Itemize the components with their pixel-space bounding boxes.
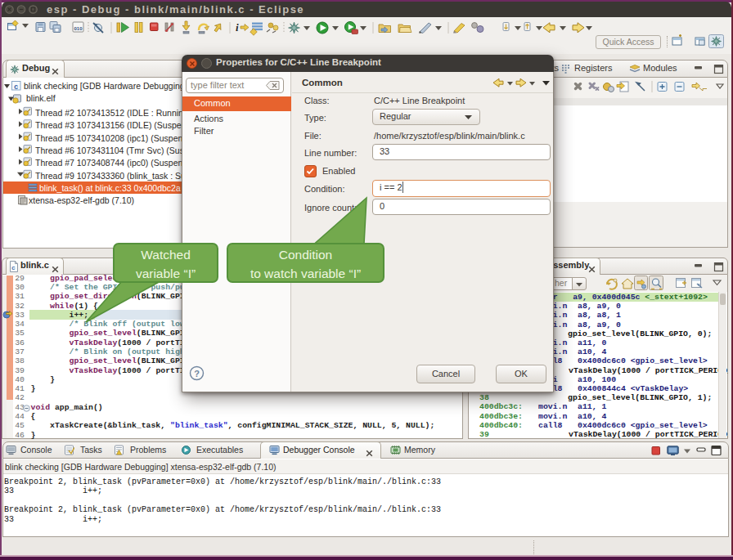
svg-text:c: c [14, 83, 18, 92]
svg-text:?: ? [194, 369, 200, 379]
svg-text:c: c [11, 264, 16, 271]
svg-text:010: 010 [74, 26, 83, 31]
svg-text:i: i [236, 21, 239, 34]
